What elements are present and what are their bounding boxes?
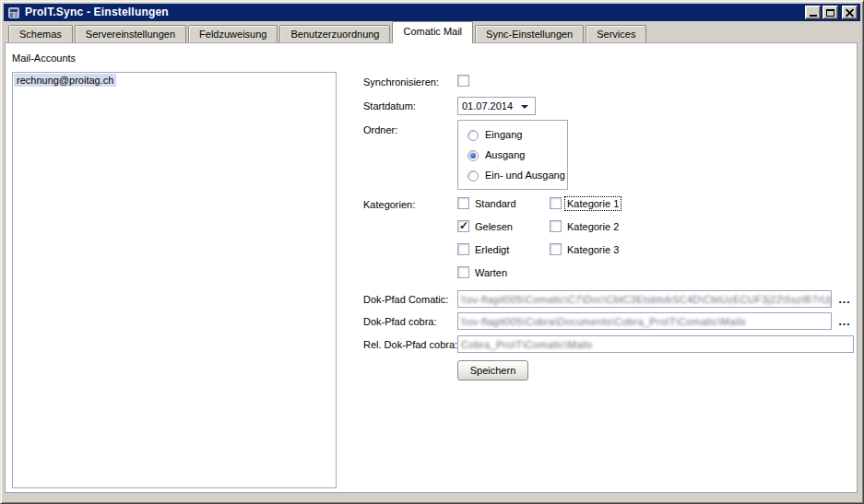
app-window: ProIT.Sync - Einstellungen Schemas Serve… [0, 0, 864, 504]
checkbox-gelesen-label[interactable]: Gelesen [475, 221, 513, 232]
window-controls [805, 6, 858, 19]
checkbox-gelesen[interactable] [457, 220, 469, 232]
checkbox-standard-label[interactable]: Standard [475, 198, 516, 209]
rel-dok-pfad-cobra-field[interactable]: Cobra_ProIT\Comatic\Mails [457, 335, 854, 353]
startdatum-dropdown[interactable]: 01.07.2014 [457, 97, 536, 115]
maximize-icon [826, 9, 834, 17]
tab-services[interactable]: Services [586, 25, 646, 42]
tab-schemas[interactable]: Schemas [8, 25, 73, 42]
rel-dok-pfad-cobra-value: Cobra_ProIT\Comatic\Mails [461, 339, 593, 350]
tab-servereinstellungen[interactable]: Servereinstellungen [75, 25, 186, 42]
startdatum-label: Startdatum: [363, 100, 416, 111]
checkbox-kategorie-2[interactable] [550, 220, 562, 232]
checkbox-erledigt-label[interactable]: Erledigt [475, 244, 509, 255]
checkbox-kategorie-1-label[interactable]: Kategorie 1 [565, 197, 621, 210]
maximize-button[interactable] [823, 6, 838, 19]
radio-eingang[interactable] [468, 130, 479, 141]
tab-benutzerzuordnung[interactable]: Benutzerzuordnung [279, 25, 390, 42]
close-button[interactable] [842, 6, 858, 19]
radio-ein-und-ausgang[interactable] [468, 170, 479, 182]
checkbox-standard[interactable] [457, 197, 469, 209]
dok-pfad-cobra-label: Dok-Pfad cobra: [363, 316, 436, 327]
kategorien-label: Kategorien: [363, 199, 415, 210]
mail-accounts-label: Mail-Accounts [12, 53, 76, 64]
radio-eingang-label[interactable]: Eingang [485, 129, 522, 140]
minimize-icon [810, 15, 817, 17]
checkbox-kategorie-3[interactable] [550, 243, 562, 255]
title-bar: ProIT.Sync - Einstellungen [4, 4, 860, 21]
radio-ausgang[interactable] [468, 150, 479, 161]
window-title: ProIT.Sync - Einstellungen [25, 6, 805, 19]
app-icon [6, 6, 21, 20]
radio-ein-und-ausgang-label[interactable]: Ein- und Ausgang [485, 170, 565, 181]
close-icon [846, 8, 854, 17]
dok-pfad-cobra-field[interactable]: \\sv-flagit005\Cobra\Documents\Cobra_Pro… [457, 312, 832, 330]
dropdown-arrow-icon [521, 105, 528, 109]
dok-pfad-comatic-field[interactable]: \\sv-flagit005\Comatic\C7\Doc\CbtC3Etsbt… [457, 290, 832, 308]
tab-page-comatic-mail: Mail-Accounts rechnung@proitag.ch Synchr… [5, 42, 858, 493]
checkbox-warten[interactable] [457, 266, 469, 278]
tab-bar: Schemas Servereinstellungen Feldzuweisun… [8, 21, 648, 43]
dok-pfad-cobra-value: \\sv-flagit005\Cobra\Documents\Cobra_Pro… [461, 316, 746, 327]
tab-feldzuweisung[interactable]: Feldzuweisung [188, 25, 278, 42]
checkbox-kategorie-3-label[interactable]: Kategorie 3 [567, 244, 619, 255]
checkbox-kategorie-1[interactable] [550, 197, 562, 209]
speichern-button[interactable]: Speichern [457, 360, 528, 381]
browse-cobra-button[interactable]: ... [834, 312, 855, 330]
rel-dok-pfad-cobra-label: Rel. Dok-Pfad cobra: [363, 339, 457, 350]
ordner-label: Ordner: [363, 124, 397, 135]
mail-accounts-list[interactable]: rechnung@proitag.ch [12, 72, 337, 488]
startdatum-value: 01.07.2014 [462, 100, 513, 111]
list-item[interactable]: rechnung@proitag.ch [14, 74, 116, 87]
ordner-group: Eingang Ausgang Ein- und Ausgang [457, 120, 568, 190]
synchronisieren-checkbox[interactable] [457, 75, 469, 87]
radio-ausgang-label[interactable]: Ausgang [485, 149, 525, 160]
dok-pfad-comatic-label: Dok-Pfad Comatic: [363, 294, 448, 305]
checkbox-kategorie-2-label[interactable]: Kategorie 2 [567, 221, 619, 232]
tab-sync-einstellungen[interactable]: Sync-Einstellungen [475, 25, 584, 42]
checkbox-erledigt[interactable] [457, 243, 469, 255]
minimize-button[interactable] [805, 6, 821, 19]
synchronisieren-label: Synchronisieren: [363, 76, 439, 88]
dok-pfad-comatic-value: \\sv-flagit005\Comatic\C7\Doc\CbtC3Etsbt… [461, 294, 832, 305]
checkbox-warten-label[interactable]: Warten [475, 267, 507, 278]
tab-comatic-mail[interactable]: Comatic Mail [392, 21, 473, 43]
browse-comatic-button[interactable]: ... [834, 290, 855, 308]
